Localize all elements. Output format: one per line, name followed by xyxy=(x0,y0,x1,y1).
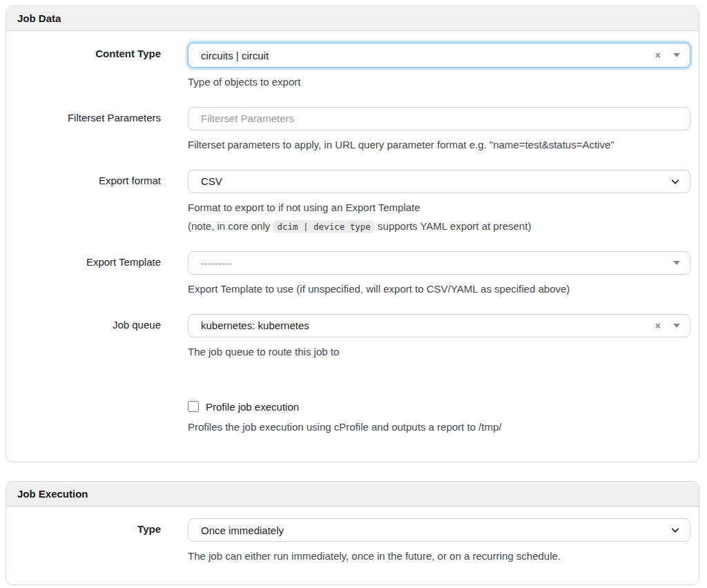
filterset-label: Filterset Parameters xyxy=(6,107,188,153)
job-queue-select[interactable]: kubernetes: kubernetes × xyxy=(188,314,690,337)
filterset-row: Filterset Parameters Filterset parameter… xyxy=(6,107,690,153)
content-type-help: Type of objects to export xyxy=(188,75,690,90)
chevron-down-icon[interactable] xyxy=(673,261,680,265)
execution-type-select[interactable]: Once immediately xyxy=(188,518,690,542)
filterset-help: Filterset parameters to apply, in URL qu… xyxy=(188,137,690,153)
profile-checkbox[interactable] xyxy=(188,401,199,412)
chevron-down-icon[interactable] xyxy=(673,324,680,328)
export-format-value: CSV xyxy=(201,175,670,187)
filterset-input[interactable] xyxy=(188,107,690,130)
execution-type-value: Once immediately xyxy=(201,525,670,536)
export-format-label: Export format xyxy=(6,170,188,235)
clear-icon[interactable]: × xyxy=(655,321,661,331)
job-queue-help: The job queue to route this job to xyxy=(188,344,690,360)
job-data-panel-body: Content Type circuits | circuit × Type o… xyxy=(6,31,699,462)
clear-icon[interactable]: × xyxy=(655,50,661,60)
export-format-select[interactable]: CSV xyxy=(188,170,690,193)
export-format-help-2-post: supports YAML export at present) xyxy=(375,220,532,232)
export-format-row: Export format CSV Format to export to if… xyxy=(6,170,690,235)
profile-checkbox-label[interactable]: Profile job execution xyxy=(206,401,299,413)
job-queue-value: kubernetes: kubernetes xyxy=(201,320,655,331)
export-template-label: Export Template xyxy=(6,251,188,297)
execution-type-help: The job can either run immediately, once… xyxy=(188,549,690,564)
content-type-value: circuits | circuit xyxy=(201,50,655,61)
content-type-label: Content Type xyxy=(6,43,188,90)
job-queue-row: Job queue kubernetes: kubernetes × The j… xyxy=(6,314,690,360)
export-template-row: Export Template --------- Export Templat… xyxy=(6,251,690,297)
export-format-help-2-pre: (note, in core only xyxy=(188,220,273,232)
export-template-select[interactable]: --------- xyxy=(188,251,690,275)
chevron-down-icon xyxy=(670,177,680,186)
profile-row: Profile job execution Profiles the job e… xyxy=(6,377,690,435)
chevron-down-icon[interactable] xyxy=(673,53,680,57)
export-format-help-2: (note, in core only dcim | device type s… xyxy=(188,219,690,234)
execution-type-label: Type xyxy=(6,518,188,564)
job-execution-panel-body: Type Once immediately The job can either… xyxy=(6,507,699,585)
content-type-row: Content Type circuits | circuit × Type o… xyxy=(6,43,690,90)
execution-type-row: Type Once immediately The job can either… xyxy=(6,518,690,564)
profile-help: Profiles the job execution using cProfil… xyxy=(188,420,690,435)
job-queue-label: Job queue xyxy=(6,314,188,360)
job-data-panel-title: Job Data xyxy=(6,6,699,31)
export-template-value: --------- xyxy=(201,257,673,269)
content-type-select[interactable]: circuits | circuit × xyxy=(188,43,690,68)
job-edit-form: Job Data Content Type circuits | circuit… xyxy=(0,0,707,588)
job-data-panel: Job Data Content Type circuits | circuit… xyxy=(6,6,699,462)
export-template-help: Export Template to use (if unspecified, … xyxy=(188,282,690,297)
job-execution-panel-title: Job Execution xyxy=(6,482,699,507)
chevron-down-icon xyxy=(670,525,680,535)
job-execution-panel: Job Execution Type Once immediately The … xyxy=(6,481,699,585)
export-format-help-1: Format to export to if not using an Expo… xyxy=(188,200,690,215)
export-format-help-2-code: dcim | device type xyxy=(273,220,374,233)
